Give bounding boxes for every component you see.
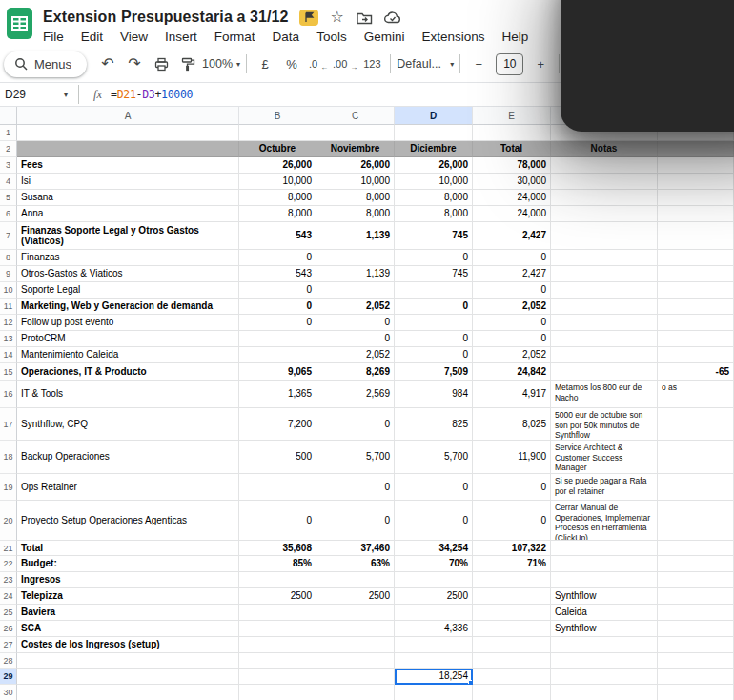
cell-D17[interactable]: 825 xyxy=(395,408,473,441)
cell-D7[interactable]: 745 xyxy=(395,222,473,250)
cell-D6[interactable]: 8,000 xyxy=(395,206,473,222)
cell-D5[interactable]: 8,000 xyxy=(395,190,473,206)
select-all-corner[interactable] xyxy=(0,107,17,125)
row-header-17[interactable]: 17 xyxy=(0,408,17,441)
cell-A19[interactable]: Ops Retainer xyxy=(17,474,239,501)
cell-B24[interactable]: 2500 xyxy=(239,588,316,605)
cell-F27[interactable] xyxy=(551,637,658,653)
cell-C28[interactable] xyxy=(316,653,395,669)
cell-A23[interactable]: Ingresos xyxy=(17,572,239,588)
cell-A14[interactable]: Mantenimiento Caleida xyxy=(17,347,239,363)
cell-E15[interactable]: 24,842 xyxy=(473,363,551,381)
cell-G30[interactable] xyxy=(658,685,734,700)
cell-E8[interactable]: 0 xyxy=(473,250,551,266)
cell-E10[interactable]: 0 xyxy=(473,282,551,299)
cell-A1[interactable] xyxy=(17,125,239,141)
cell-D8[interactable]: 0 xyxy=(395,250,473,266)
cell-F5[interactable] xyxy=(551,190,658,206)
cell-F6[interactable] xyxy=(551,206,658,222)
cell-A11[interactable]: Marketing, Web y Generacion de demanda xyxy=(17,299,239,315)
cell-E17[interactable]: 8,025 xyxy=(473,408,551,441)
menu-item-file[interactable]: File xyxy=(43,30,64,44)
cell-E9[interactable]: 2,427 xyxy=(473,266,551,282)
cell-G6[interactable] xyxy=(658,206,734,222)
cell-F8[interactable] xyxy=(551,250,658,266)
menu-item-edit[interactable]: Edit xyxy=(81,30,103,44)
menu-item-insert[interactable]: Insert xyxy=(165,30,197,44)
cell-C13[interactable]: 0 xyxy=(316,331,395,347)
cell-A10[interactable]: Soporte Legal xyxy=(17,282,239,299)
cell-F20[interactable]: Cerrar Manual de Operaciones, Implementa… xyxy=(551,501,658,541)
cell-E13[interactable]: 0 xyxy=(473,331,551,347)
cell-A4[interactable]: Isi xyxy=(17,174,239,190)
cell-A7[interactable]: Finanzas Soporte Legal y Otros Gastos (V… xyxy=(17,222,239,250)
cell-C24[interactable]: 2500 xyxy=(316,588,395,605)
cell-C7[interactable]: 1,139 xyxy=(316,222,395,250)
cell-C22[interactable]: 63% xyxy=(316,556,395,572)
cell-A27[interactable]: Costes de los Ingresos (setup) xyxy=(17,637,239,653)
cell-D10[interactable] xyxy=(395,282,473,299)
cell-F9[interactable] xyxy=(551,266,658,282)
cell-B9[interactable]: 543 xyxy=(239,266,316,282)
paint-format-button[interactable] xyxy=(174,51,201,76)
cell-F28[interactable] xyxy=(551,653,658,669)
cell-B19[interactable] xyxy=(239,474,316,501)
cell-E5[interactable]: 24,000 xyxy=(473,190,551,206)
cell-B10[interactable]: 0 xyxy=(239,282,316,299)
menu-item-data[interactable]: Data xyxy=(273,30,300,44)
cell-C6[interactable]: 8,000 xyxy=(316,206,395,222)
cell-E28[interactable] xyxy=(473,653,551,669)
row-header-10[interactable]: 10 xyxy=(0,282,17,299)
row-header-27[interactable]: 27 xyxy=(0,637,17,653)
cell-G7[interactable] xyxy=(658,222,734,250)
formula-input[interactable]: =D21-D3+10000 xyxy=(111,88,193,101)
flag-highlighted-icon[interactable] xyxy=(299,10,318,26)
cell-D1[interactable] xyxy=(395,125,473,141)
cell-B25[interactable] xyxy=(239,605,316,621)
cell-B12[interactable]: 0 xyxy=(239,315,316,331)
cell-F17[interactable]: 5000 eur de octubre son son por 50k minu… xyxy=(551,408,658,441)
cell-E22[interactable]: 71% xyxy=(473,556,551,572)
cell-G13[interactable] xyxy=(658,331,734,347)
row-header-22[interactable]: 22 xyxy=(0,556,17,572)
row-header-16[interactable]: 16 xyxy=(0,381,17,408)
row-header-6[interactable]: 6 xyxy=(0,206,17,222)
cell-G22[interactable] xyxy=(658,556,734,572)
cell-E24[interactable] xyxy=(473,588,551,605)
percent-format-button[interactable]: % xyxy=(278,51,305,76)
row-header-25[interactable]: 25 xyxy=(0,605,17,621)
cell-C29[interactable] xyxy=(316,669,395,685)
cell-C26[interactable] xyxy=(316,621,395,637)
cell-C23[interactable] xyxy=(316,572,395,588)
menus-search-button[interactable]: Menus xyxy=(4,51,87,77)
cell-F19[interactable]: Si se puede pagar a Rafa por el retainer xyxy=(551,474,658,501)
cell-G23[interactable] xyxy=(658,572,734,588)
cell-D20[interactable]: 0 xyxy=(395,501,473,541)
cell-C4[interactable]: 10,000 xyxy=(316,174,395,190)
cell-F11[interactable] xyxy=(551,299,658,315)
row-header-24[interactable]: 24 xyxy=(0,588,17,605)
cell-F15[interactable] xyxy=(551,363,658,381)
cell-A22[interactable]: Budget: xyxy=(17,556,239,572)
cell-E20[interactable]: 0 xyxy=(473,501,551,541)
cell-C2[interactable]: Noviembre xyxy=(316,141,395,157)
cell-C16[interactable]: 2,569 xyxy=(316,381,395,408)
cell-F24[interactable]: Synthflow xyxy=(551,588,658,605)
row-header-30[interactable]: 30 xyxy=(0,685,17,700)
cell-B17[interactable]: 7,200 xyxy=(239,408,316,441)
move-folder-icon[interactable] xyxy=(357,9,374,26)
cell-F13[interactable] xyxy=(551,331,658,347)
cell-D29[interactable]: 18,254 xyxy=(395,669,473,685)
row-header-8[interactable]: 8 xyxy=(0,250,17,266)
cell-D4[interactable]: 10,000 xyxy=(395,174,473,190)
row-header-29[interactable]: 29 xyxy=(0,669,17,685)
cell-E21[interactable]: 107,322 xyxy=(473,541,551,556)
cell-B7[interactable]: 543 xyxy=(239,222,316,250)
cell-F29[interactable] xyxy=(551,669,658,685)
font-select[interactable]: Defaul...▾ xyxy=(396,51,455,76)
cell-G15[interactable]: -65 xyxy=(658,363,734,381)
cell-G24[interactable] xyxy=(658,588,734,605)
cell-D16[interactable]: 984 xyxy=(395,381,473,408)
row-header-19[interactable]: 19 xyxy=(0,474,17,501)
cell-D23[interactable] xyxy=(395,572,473,588)
